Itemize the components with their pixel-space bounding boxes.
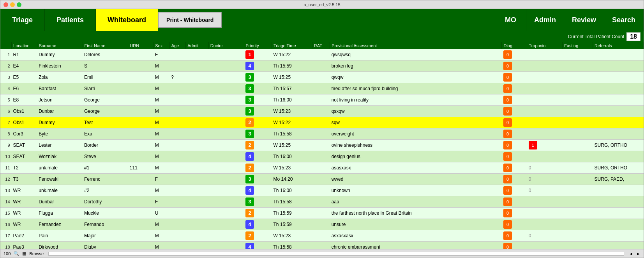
- tab-search[interactable]: Search: [604, 9, 644, 31]
- cell-age: [169, 174, 186, 185]
- priority-badge: 2: [245, 209, 254, 217]
- cell-location: Pae2: [12, 230, 37, 242]
- cell-admit: [186, 106, 208, 117]
- cell-admit: [186, 72, 208, 83]
- tab-admin[interactable]: Admin: [526, 9, 564, 31]
- row-num: 11: [0, 162, 12, 174]
- diag-badge: 0: [503, 164, 512, 172]
- row-num: 14: [0, 196, 12, 208]
- cell-surname: Flugga: [37, 208, 83, 219]
- table-row[interactable]: 3 E5 Zola Emil M ? 3 W 15:25 qwqw 0: [0, 72, 644, 83]
- table-row[interactable]: 6 Obs1 Dunbar George M 3 W 15:23 qsxqw 0: [0, 106, 644, 117]
- cell-diag: 0: [502, 242, 527, 249]
- scroll-bar[interactable]: [48, 252, 624, 256]
- cell-triage-time: Th 16:00: [272, 151, 312, 162]
- cell-triage-time: Th 16:00: [272, 94, 312, 106]
- table-row[interactable]: 12 T3 Fenowski Ferrenc F 3 Mo 14:20 wwed…: [0, 174, 644, 185]
- table-row[interactable]: 14 WR Dunbar Dortothy F 3 Th 15:58 aaa 0: [0, 196, 644, 208]
- row-num: 16: [0, 219, 12, 230]
- cell-fasting: [563, 230, 593, 242]
- cell-priority: 4: [244, 60, 272, 72]
- cell-priority: 2: [244, 162, 272, 174]
- table-row[interactable]: 1 R1 Dummy Delores F 1 W 15:22 qwsqwsq 0: [0, 49, 644, 60]
- maximize-button[interactable]: [17, 2, 21, 7]
- cell-triage-time: Mo 14:20: [272, 174, 312, 185]
- table-row[interactable]: 8 Cor3 Byte Exa M 3 Th 15:58 overweight …: [0, 128, 644, 140]
- cell-surname: Finklestein: [37, 60, 83, 72]
- cell-fasting: [563, 162, 593, 174]
- cell-fasting: [563, 208, 593, 219]
- priority-badge: 3: [245, 130, 254, 138]
- tab-whiteboard[interactable]: Whiteboard: [96, 9, 158, 31]
- table-row[interactable]: 16 WR Fernandez Fernando M 4 Th 15:59 un…: [0, 219, 644, 230]
- table-row[interactable]: 11 T2 unk.male #1 111 M 2 W 15:23 asasxa…: [0, 162, 644, 174]
- cell-firstname: Exa: [83, 128, 128, 140]
- cell-firstname: #2: [83, 185, 128, 196]
- cell-admit: [186, 117, 208, 128]
- col-header-firstname: First Name: [83, 42, 128, 49]
- diag-badge: 0: [503, 107, 512, 116]
- minimize-button[interactable]: [10, 2, 15, 7]
- troponin-value: 0: [529, 176, 531, 182]
- cell-location: E6: [12, 83, 37, 94]
- tab-triage[interactable]: Triage: [0, 9, 45, 31]
- table-row[interactable]: 7 Obs1 Dummy Test M 2 W 15:22 sqw 0: [0, 117, 644, 128]
- table-row[interactable]: 10 SEAT Wozniak Steve M 4 Th 16:00 desig…: [0, 151, 644, 162]
- table-row[interactable]: 9 SEAT Lester Border M 2 W 15:25 ovine s…: [0, 140, 644, 151]
- cell-priority: 2: [244, 140, 272, 151]
- table-row[interactable]: 15 WR Flugga Muckle U 2 Th 15:59 the far…: [0, 208, 644, 219]
- tab-print-whiteboard[interactable]: Print - Whiteboard: [158, 12, 222, 28]
- table-row[interactable]: 5 E8 Jetson George M 3 Th 16:00 not livi…: [0, 94, 644, 106]
- cell-location: T2: [12, 162, 37, 174]
- cell-priority: 3: [244, 72, 272, 83]
- row-num: 13: [0, 185, 12, 196]
- table-row[interactable]: 2 E4 Finklestein S M 4 Th 15:59 broken l…: [0, 60, 644, 72]
- cell-sex: M: [154, 94, 170, 106]
- cell-troponin: [527, 60, 563, 72]
- cell-admit: [186, 94, 208, 106]
- cell-fasting: [563, 219, 593, 230]
- cell-location: E5: [12, 72, 37, 83]
- diag-badge: 0: [503, 231, 512, 240]
- tab-patients[interactable]: Patients: [45, 9, 96, 31]
- cell-troponin: [527, 106, 563, 117]
- cell-fasting: [563, 185, 593, 196]
- cell-referrals: [593, 49, 644, 60]
- cell-urn: [128, 140, 154, 151]
- table-row[interactable]: 13 WR unk.male #2 M 4 Th 16:00 unknown 0…: [0, 185, 644, 196]
- cell-surname: Dunbar: [37, 196, 83, 208]
- close-button[interactable]: [4, 2, 8, 7]
- cell-sex: M: [154, 219, 170, 230]
- cell-location: SEAT: [12, 140, 37, 151]
- table-row[interactable]: 18 Pae3 Dirkwood Digby M 4 Th 15:58 chro…: [0, 242, 644, 249]
- cell-location: T3: [12, 174, 37, 185]
- cell-troponin: [527, 196, 563, 208]
- cell-troponin: [527, 208, 563, 219]
- table-row[interactable]: 4 E6 Bardfast Slarti M 3 Th 15:57 tired …: [0, 83, 644, 94]
- cell-doctor: [208, 196, 244, 208]
- cell-firstname: S: [83, 60, 128, 72]
- table-row[interactable]: 17 Pae2 Pain Major M 2 W 15:23 asxasxasx…: [0, 230, 644, 242]
- cell-sex: M: [154, 117, 170, 128]
- cell-rat: [312, 208, 330, 219]
- scroll-left[interactable]: ◄: [629, 251, 633, 256]
- cell-age: [169, 196, 186, 208]
- scroll-right[interactable]: ►: [636, 251, 640, 256]
- cell-urn: [128, 230, 154, 242]
- cell-referrals: [593, 230, 644, 242]
- cell-doctor: [208, 230, 244, 242]
- patient-table-container[interactable]: Location Surname First Name URN Sex Age …: [0, 42, 644, 249]
- cell-surname: Wozniak: [37, 151, 83, 162]
- tab-mo[interactable]: MO: [495, 9, 526, 31]
- row-num: 2: [0, 60, 12, 72]
- priority-badge: 4: [245, 62, 254, 70]
- tab-review[interactable]: Review: [564, 9, 604, 31]
- priority-badge: 4: [245, 220, 254, 229]
- cell-rat: [312, 174, 330, 185]
- cell-referrals: [593, 242, 644, 249]
- cell-triage-time: Th 15:58: [272, 242, 312, 249]
- cell-rat: [312, 60, 330, 72]
- cell-urn: [128, 72, 154, 83]
- cell-surname: Fernandez: [37, 219, 83, 230]
- cell-doctor: [208, 140, 244, 151]
